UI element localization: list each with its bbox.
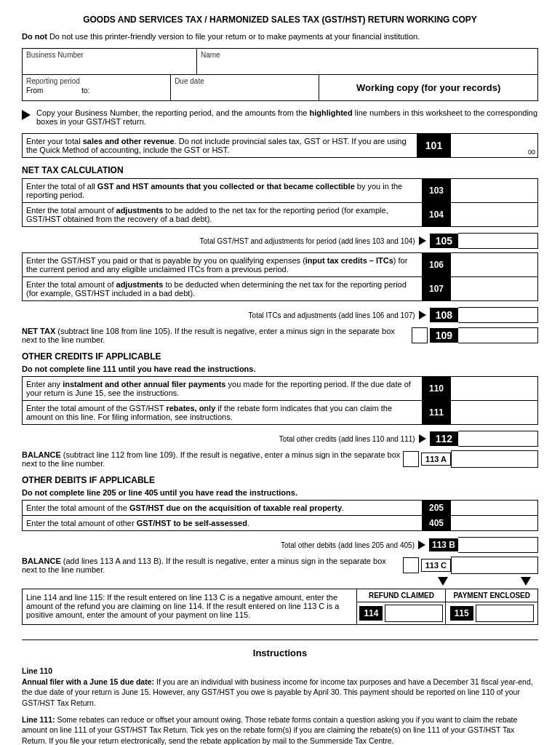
payment-content: 115 [448,602,536,624]
line-111-instruction: Line 111: Some rebates can reduce or off… [22,714,538,745]
due-date-label: Due date [175,77,315,85]
instructions-title: Instructions [22,648,538,658]
line-105-box: 105 [430,234,458,248]
down-arrows [22,577,538,586]
refund-header: REFUND CLAIMED [357,589,445,602]
instructions-section: Instructions Line 110 Annual filer with … [22,640,538,745]
balance-113a-label: BALANCE (subtract line 112 from line 109… [22,450,403,468]
refund-box: REFUND CLAIMED 114 [357,589,446,624]
payment-box: PAYMENT ENCLOSED 115 [446,589,537,624]
due-date-cell: Due date [171,75,319,100]
page-title: GOODS AND SERVICES TAX / HARMONIZED SALE… [22,15,538,25]
line-111-num: 111 [423,401,450,424]
line-114-amount [385,605,443,622]
line-108-amount [458,307,538,323]
line-109-amount [458,327,538,343]
refund-payment-desc: Line 114 and line 115: If the result ent… [23,589,357,624]
line-101-box: 101 [417,134,450,157]
working-copy-cell: Working copy (for your records) [319,75,537,100]
total-108-arrow [419,311,426,319]
total-108-label: Total ITCs and adjustments (add lines 10… [249,311,415,319]
total-105-arrow [419,236,426,245]
line-405-amount [450,516,537,530]
line-107-desc: Enter the total amount of adjustments to… [23,277,423,300]
line-405-row: Enter the total amount of other GST/HST … [23,516,537,530]
total-108-row: Total ITCs and adjustments (add lines 10… [22,307,538,323]
net-tax-label: NET TAX (subtract line 108 from line 105… [22,327,412,344]
net-tax-sign-box [412,327,428,343]
down-arrow-right [521,577,531,586]
line-104-desc: Enter the total amount of adjustments to… [23,203,423,226]
top-form: Business Number Name Reporting period Fr… [22,48,538,101]
intro-text: Do not Do not use this printer-friendly … [22,32,538,41]
other-credits-header: OTHER CREDITS IF APPLICABLE [22,351,538,362]
copy-notice: Copy your Business Number, the reporting… [22,108,538,126]
line-111-desc: Enter the total amount of the GST/HST re… [23,401,423,424]
line-106-row: Enter the GST/HST you paid or that is pa… [23,253,537,277]
net-tax-header: NET TAX CALCULATION [22,165,538,175]
line-113a-box: 113 A [421,453,451,466]
other-debits-header: OTHER DEBITS IF APPLICABLE [22,475,538,485]
revenue-section: Enter your total sales and other revenue… [22,133,538,158]
reporting-period-cell: Reporting period From to: [23,75,171,100]
total-112-arrow [419,434,426,443]
credits-table: Enter any instalment and other annual fi… [22,376,538,425]
line-111-amount [450,401,537,424]
debits-note: Do not complete line 205 or line 405 unt… [22,488,538,497]
balance-113c-row: BALANCE (add lines 113 A and 113 B). If … [22,557,538,574]
line-105-amount [458,233,538,249]
line-104-amount [450,203,537,226]
line-103-num: 103 [423,179,450,202]
total-105-row: Total GST/HST and adjustments for period… [22,233,538,249]
line-106-desc: Enter the GST/HST you paid or that is pa… [23,253,423,276]
revenue-text: Enter your total sales and other revenue… [23,134,417,157]
net-tax-109-row: NET TAX (subtract line 108 from line 105… [22,327,538,344]
line-104-row: Enter the total amount of adjustments to… [23,203,537,226]
business-number-cell: Business Number [23,49,197,74]
line-114-num: 114 [359,606,383,621]
line-405-desc: Enter the total amount of other GST/HST … [23,516,423,530]
line-107-row: Enter the total amount of adjustments to… [23,277,537,300]
line-113c-box: 113 C [421,559,451,572]
credits-note: Do not complete line 111 until you have … [22,364,538,373]
line-115-num: 115 [450,606,473,621]
line-112-box: 112 [430,431,458,446]
reporting-period-label: Reporting period [26,77,167,85]
total-113b-arrow [418,541,425,549]
line-113c-amount [451,557,538,574]
line-205-amount [450,501,537,515]
balance-113c-label: BALANCE (add lines 113 A and 113 B). If … [22,557,403,574]
balance-113a-row: BALANCE (subtract line 112 from line 109… [22,450,538,468]
line-103-amount [450,179,537,202]
balance-113a-sign [403,451,419,467]
line-112-amount [458,431,538,447]
line-109-box: 109 [430,328,458,343]
line-104-num: 104 [423,203,450,226]
line-113a-amount [451,450,538,468]
line-115-amount [476,605,534,622]
line-106-num: 106 [423,253,450,276]
line-107-amount [450,277,537,300]
balance-113c-sign [403,557,419,573]
line-103-desc: Enter the total of all GST and HST amoun… [23,179,423,202]
line-101-amount: 00 [450,134,537,157]
line-110-num: 110 [423,377,450,400]
line-111-row: Enter the total amount of the GST/HST re… [23,401,537,424]
line-110-row: Enter any instalment and other annual fi… [23,377,537,401]
business-number-label: Business Number [26,51,193,59]
refund-payment-section: Line 114 and line 115: If the result ent… [22,589,538,625]
net-tax-table-1: Enter the total of all GST and HST amoun… [22,178,538,227]
total-112-row: Total other credits (add lines 110 and 1… [22,431,538,447]
arrow-right-icon [22,110,31,120]
line-110-amount [450,377,537,400]
line-405-num: 405 [423,516,450,530]
name-cell: Name [197,49,537,74]
payment-header: PAYMENT ENCLOSED [446,589,537,602]
line-110-instruction: Line 110 Annual filer with a June 15 due… [22,666,538,709]
total-113b-label: Total other debits (add lines 205 and 40… [281,541,415,549]
from-label: From [26,87,43,95]
to-label: to: [81,87,89,95]
total-113b-row: Total other debits (add lines 205 and 40… [22,537,538,553]
line-113b-box: 113 B [429,538,458,551]
line-108-box: 108 [430,308,458,322]
